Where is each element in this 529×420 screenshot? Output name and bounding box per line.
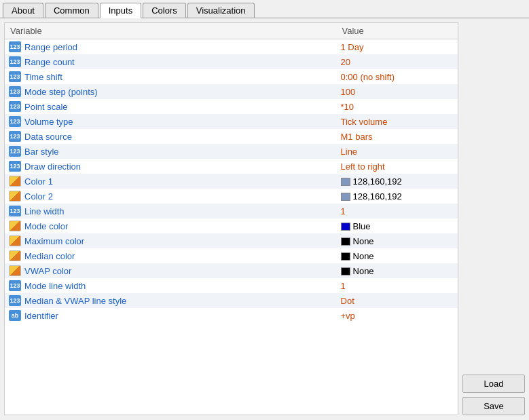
param-value-text: *10 bbox=[341, 102, 354, 112]
table-row[interactable]: 123Time shift0:00 (no shift) bbox=[5, 69, 458, 84]
param-value: None bbox=[337, 248, 458, 263]
num-icon: 123 bbox=[9, 280, 21, 291]
param-value-text: M1 bars bbox=[341, 132, 373, 142]
num-icon: 123 bbox=[9, 146, 21, 157]
table-row[interactable]: 123Mode step (points)100 bbox=[5, 84, 458, 99]
param-label-cell: 123Point scale bbox=[5, 99, 195, 114]
table-row[interactable]: 123Mode line width1 bbox=[5, 278, 458, 293]
param-label: Volume type bbox=[24, 117, 73, 127]
param-label: Color 1 bbox=[24, 176, 53, 187]
param-label-cell: 123Time shift bbox=[5, 69, 195, 84]
param-label: Median color bbox=[24, 251, 75, 261]
param-value-text: 20 bbox=[341, 57, 350, 67]
table-row[interactable]: Color 2128,160,192 bbox=[5, 189, 458, 204]
param-label: Range period bbox=[24, 42, 77, 52]
param-label-cell: Color 2 bbox=[5, 189, 195, 204]
color-swatch bbox=[341, 267, 350, 275]
save-button[interactable]: Save bbox=[462, 397, 525, 415]
ab-icon: ab bbox=[9, 310, 21, 321]
param-label-cell: 123Volume type bbox=[5, 114, 195, 129]
num-icon: 123 bbox=[9, 56, 21, 67]
param-value-text: Tick volume bbox=[341, 117, 388, 127]
param-label: Median & VWAP line style bbox=[24, 296, 126, 306]
num-icon: 123 bbox=[9, 295, 21, 306]
param-label-cell: 123Line width bbox=[5, 204, 195, 218]
param-value-text: 128,160,192 bbox=[353, 176, 402, 187]
color-picker-icon bbox=[9, 250, 21, 261]
param-value-text: Line bbox=[341, 147, 358, 157]
param-label-cell: abIdentifier bbox=[5, 308, 195, 323]
table-row[interactable]: Median colorNone bbox=[5, 248, 458, 263]
param-label-cell: Maximum color bbox=[5, 233, 195, 248]
num-icon: 123 bbox=[9, 71, 21, 82]
color-swatch bbox=[341, 178, 350, 186]
param-value: M1 bars bbox=[337, 129, 458, 144]
params-table: Variable Value 123Range period1 Day123Ra… bbox=[5, 23, 458, 323]
color-swatch bbox=[341, 223, 350, 231]
color-swatch bbox=[341, 237, 350, 246]
param-value: 0:00 (no shift) bbox=[337, 69, 458, 84]
table-row[interactable]: Maximum colorNone bbox=[5, 233, 458, 248]
color-swatch bbox=[341, 193, 350, 201]
param-label: Bar style bbox=[24, 147, 59, 157]
tab-common[interactable]: Common bbox=[45, 3, 98, 18]
param-label: Draw direction bbox=[24, 161, 81, 172]
param-label: Mode color bbox=[24, 221, 68, 231]
param-label: Range count bbox=[24, 57, 75, 67]
side-buttons-panel: Load Save bbox=[461, 18, 529, 419]
tab-colors[interactable]: Colors bbox=[143, 3, 186, 18]
param-value: 100 bbox=[337, 84, 458, 99]
table-row[interactable]: 123Median & VWAP line styleDot bbox=[5, 293, 458, 308]
table-row[interactable]: 123Data sourceM1 bars bbox=[5, 129, 458, 144]
col-variable: Variable bbox=[5, 23, 337, 39]
col-value: Value bbox=[337, 23, 458, 39]
table-row[interactable]: VWAP colorNone bbox=[5, 263, 458, 278]
param-value: Left to right bbox=[337, 159, 458, 174]
table-row[interactable]: abIdentifier+vp bbox=[5, 308, 458, 323]
param-value-text: 1 bbox=[341, 206, 346, 216]
param-label-cell: 123Mode line width bbox=[5, 278, 195, 293]
table-row[interactable]: 123Range period1 Day bbox=[5, 39, 458, 55]
param-label-cell: 123Data source bbox=[5, 129, 195, 144]
param-value-text: None bbox=[353, 266, 374, 276]
param-value-text: +vp bbox=[341, 311, 355, 321]
param-label: Identifier bbox=[24, 311, 58, 321]
param-label-cell: 123Bar style bbox=[5, 144, 195, 159]
param-label: Mode line width bbox=[24, 281, 86, 291]
color-swatch bbox=[341, 252, 350, 261]
param-label-cell: 123Mode step (points) bbox=[5, 84, 195, 99]
param-value: Tick volume bbox=[337, 114, 458, 129]
param-label-cell: VWAP color bbox=[5, 263, 195, 278]
table-row[interactable]: 123Point scale*10 bbox=[5, 99, 458, 114]
tab-visualization[interactable]: Visualization bbox=[187, 3, 255, 18]
param-value: 1 bbox=[337, 278, 458, 293]
color-picker-icon bbox=[9, 265, 21, 276]
param-label: Line width bbox=[24, 206, 65, 216]
table-row[interactable]: 123Draw directionLeft to right bbox=[5, 159, 458, 174]
param-label: Data source bbox=[24, 132, 72, 142]
tabs-bar: About Common Inputs Colors Visualization bbox=[0, 0, 529, 18]
param-value: *10 bbox=[337, 99, 458, 114]
param-label-cell: 123Range count bbox=[5, 54, 195, 69]
param-label-cell: Mode color bbox=[5, 218, 195, 233]
param-value-text: 1 Day bbox=[341, 42, 364, 52]
tab-about[interactable]: About bbox=[3, 3, 43, 18]
param-value: +vp bbox=[337, 308, 458, 323]
table-row[interactable]: 123Line width1 bbox=[5, 204, 458, 218]
params-table-panel: Variable Value 123Range period1 Day123Ra… bbox=[4, 22, 458, 415]
load-button[interactable]: Load bbox=[462, 375, 525, 393]
param-label: Color 2 bbox=[24, 191, 53, 202]
param-value: None bbox=[337, 233, 458, 248]
param-value-text: Dot bbox=[341, 296, 354, 306]
param-label: Point scale bbox=[24, 102, 68, 112]
table-row[interactable]: 123Range count20 bbox=[5, 54, 458, 69]
table-row[interactable]: Color 1128,160,192 bbox=[5, 174, 458, 189]
param-label: Time shift bbox=[24, 72, 62, 82]
tab-inputs[interactable]: Inputs bbox=[100, 3, 141, 18]
table-row[interactable]: 123Volume typeTick volume bbox=[5, 114, 458, 129]
num-icon: 123 bbox=[9, 206, 21, 216]
table-row[interactable]: 123Bar styleLine bbox=[5, 144, 458, 159]
param-label: Mode step (points) bbox=[24, 87, 98, 97]
num-icon: 123 bbox=[9, 86, 21, 97]
table-row[interactable]: Mode colorBlue bbox=[5, 218, 458, 233]
